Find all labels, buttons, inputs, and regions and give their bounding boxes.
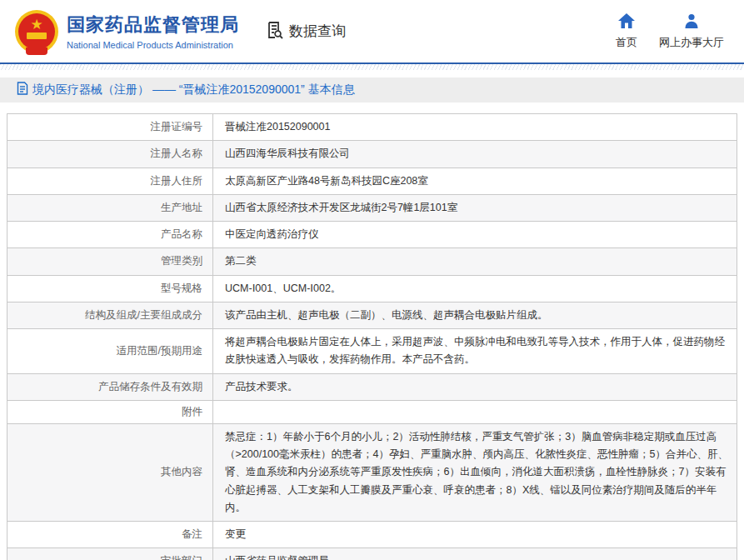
data-query-label: 数据查询 — [289, 22, 346, 41]
row-value: 第二类 — [213, 248, 737, 275]
row-label: 审批部门 — [7, 548, 213, 560]
row-label: 注册证编号 — [7, 114, 213, 141]
row-label-text: 附件 — [182, 406, 202, 418]
table-row: 注册人名称 山西四海华辰科技有限公司 — [7, 141, 737, 168]
row-value: 山西省药品监督管理局 — [213, 548, 737, 560]
row-label-text: 产品储存条件及有效期 — [98, 381, 202, 392]
home-icon — [618, 13, 635, 32]
row-value — [213, 400, 737, 423]
row-label-text: 注册人名称 — [151, 148, 203, 159]
document-icon — [17, 82, 28, 98]
document-search-icon — [264, 20, 284, 43]
table-row: 审批部门 山西省药品监督管理局 — [7, 548, 737, 560]
table-row: 适用范围/预期用途 将超声耦合电极贴片固定在人体上，采用超声波、中频脉冲电和电致… — [7, 329, 737, 374]
row-value: 禁忌症：1）年龄小于6个月的小儿；2）活动性肺结核，严重支气管扩张；3）脑血管病… — [213, 423, 737, 521]
nmpa-logo: ★ 国家药品监督管理局 National Medical Products Ad… — [15, 10, 239, 53]
breadcrumb-title: 境内医疗器械（注册） —— “晋械注准20152090001” 基本信息 — [32, 82, 355, 98]
row-label-text: 型号规格 — [161, 282, 202, 294]
row-label-text: 产品名称 — [161, 228, 202, 240]
table-row: 产品名称 中医定向透药治疗仪 — [7, 222, 737, 248]
row-label: 产品名称 — [7, 222, 213, 248]
row-value: 该产品由主机、超声电极（二副）、电源线、超声耦合电极贴片组成。 — [213, 302, 737, 328]
data-query-section[interactable]: 数据查询 — [264, 20, 346, 43]
table-row: 生产地址 山西省太原经济技术开发区龙城街2号7幢1层101室 — [7, 194, 737, 221]
top-nav: 首页 网上办事大厅 — [616, 13, 724, 50]
national-emblem-icon: ★ — [15, 10, 58, 53]
registration-info-table: 注册证编号 晋械注准20152090001 注册人名称 山西四海华辰科技有限公司… — [7, 113, 737, 560]
row-label: 结构及组成/主要组成成分 — [7, 302, 213, 328]
person-icon — [684, 13, 699, 32]
row-label: 其他内容 — [7, 423, 213, 521]
row-value: 晋械注准20152090001 — [213, 114, 737, 141]
row-value: 变更 — [213, 522, 737, 548]
org-title-en: National Medical Products Administration — [67, 40, 239, 50]
breadcrumb-bar: 境内医疗器械（注册） —— “晋械注准20152090001” 基本信息 — [0, 78, 744, 102]
row-label-text: 其他内容 — [161, 466, 202, 478]
table-row: 型号规格 UCM-Ⅰ001、UCM-Ⅰ002。 — [7, 275, 737, 302]
org-title-cn: 国家药品监督管理局 — [67, 12, 239, 38]
table-row: 其他内容 禁忌症：1）年龄小于6个月的小儿；2）活动性肺结核，严重支气管扩张；3… — [7, 423, 737, 521]
row-value: 山西四海华辰科技有限公司 — [213, 141, 737, 168]
row-label-text: 注册证编号 — [151, 121, 203, 132]
row-label: 注册人住所 — [7, 168, 213, 194]
row-label: 生产地址 — [7, 194, 213, 221]
row-label-text: 管理类别 — [161, 255, 202, 267]
nav-service-hall[interactable]: 网上办事大厅 — [659, 13, 724, 50]
table-row: 注册证编号 晋械注准20152090001 — [7, 114, 737, 141]
row-label: 管理类别 — [7, 248, 213, 275]
row-value: 产品技术要求。 — [213, 373, 737, 400]
row-label: 备注 — [7, 522, 213, 548]
row-label: 适用范围/预期用途 — [7, 329, 213, 374]
nav-service-hall-label: 网上办事大厅 — [659, 35, 724, 50]
table-row: 管理类别 第二类 — [7, 248, 737, 275]
row-label-text: 备注 — [182, 528, 202, 540]
row-value: 中医定向透药治疗仪 — [213, 222, 737, 248]
table-row: 产品储存条件及有效期 产品技术要求。 — [7, 373, 737, 400]
table-row: 备注 变更 — [7, 522, 737, 548]
row-label: 附件 — [7, 400, 213, 423]
table-row: 附件 — [7, 400, 737, 423]
page-header: ★ 国家药品监督管理局 National Medical Products Ad… — [0, 0, 744, 62]
row-label-text: 结构及组成/主要组成成分 — [85, 309, 202, 321]
row-value: 太原高新区产业路48号新岛科技园C座208室 — [213, 168, 737, 194]
row-label-text: 适用范围/预期用途 — [117, 345, 202, 357]
table-row: 注册人住所 太原高新区产业路48号新岛科技园C座208室 — [7, 168, 737, 194]
nav-home[interactable]: 首页 — [616, 13, 637, 50]
row-value: UCM-Ⅰ001、UCM-Ⅰ002。 — [213, 275, 737, 302]
row-label: 产品储存条件及有效期 — [7, 373, 213, 400]
row-value: 山西省太原经济技术开发区龙城街2号7幢1层101室 — [213, 194, 737, 221]
row-label: 注册人名称 — [7, 141, 213, 168]
row-value: 将超声耦合电极贴片固定在人体上，采用超声波、中频脉冲电和电致孔等导入技术，作用于… — [213, 329, 737, 374]
table-row: 结构及组成/主要组成成分 该产品由主机、超声电极（二副）、电源线、超声耦合电极贴… — [7, 302, 737, 328]
row-label: 型号规格 — [7, 275, 213, 302]
row-label-text: 生产地址 — [161, 202, 202, 213]
row-label-text: 注册人住所 — [151, 175, 203, 187]
stripe-divider — [0, 64, 744, 70]
row-label-text: 审批部门 — [161, 555, 202, 560]
nav-home-label: 首页 — [616, 35, 637, 50]
